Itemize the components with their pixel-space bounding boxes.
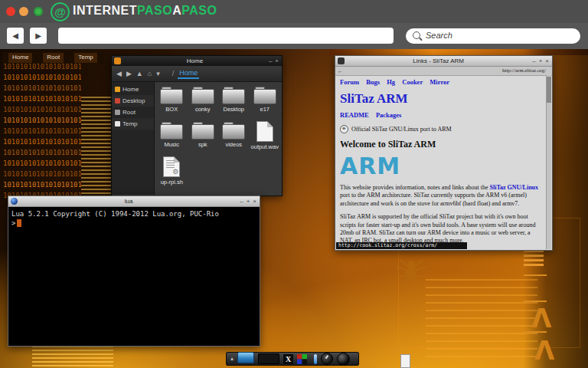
desktop-icon [115, 98, 120, 104]
xorg-icon[interactable]: X [283, 354, 293, 364]
minimize-icon[interactable]: – [240, 198, 243, 205]
terminal-output[interactable]: Lua 5.2.1 Copyright (C) 1994-2012 Lua.or… [8, 207, 260, 230]
fm-up-icon[interactable]: ▲ [136, 70, 143, 77]
forward-button[interactable]: ▶ [30, 28, 47, 44]
links-titlebar[interactable]: Links - SliTaz ARM – + × [335, 56, 552, 67]
sidebar-item-temp[interactable]: Temp [112, 118, 154, 130]
scrollbar[interactable] [546, 75, 551, 249]
minimize-traffic-light[interactable] [19, 7, 28, 16]
dock-show-icon[interactable]: ▴ [230, 353, 234, 365]
back-button[interactable]: ◀ [7, 28, 24, 44]
file-manager-titlebar[interactable]: Home – + [112, 56, 282, 66]
file-item[interactable]: Music [156, 121, 188, 156]
browser-toolbar: ◀ ▶ Search [0, 23, 588, 50]
desktop-menu-home[interactable]: Home [8, 53, 32, 63]
wallpaper-arrow-glyph: Λ [531, 307, 551, 330]
file-item[interactable]: BOX [156, 86, 188, 121]
links-page-content: Forum Bugs Hg Cooker Mirror SliTaz ARM R… [335, 75, 547, 249]
file-item[interactable]: output.wav [250, 121, 281, 156]
desktop-menu: Home Root Temp [2, 52, 103, 64]
sidebar-item-desktop[interactable]: Desktop [112, 95, 154, 107]
scrollbar-thumb[interactable] [547, 77, 551, 103]
fm-forward-icon[interactable]: ▶ [126, 70, 132, 77]
search-input[interactable]: Search [406, 28, 580, 44]
file-item[interactable]: videos [218, 121, 250, 156]
wallpaper-arrow-glyph: Λ [534, 339, 554, 362]
breadcrumb: / Home [172, 69, 200, 79]
display-colors-icon[interactable] [297, 354, 307, 364]
paragraph-1: This website provides information, notes… [340, 184, 542, 208]
link-mirror[interactable]: Mirror [430, 78, 449, 86]
wallpaper-streak [329, 49, 588, 55]
file-item[interactable]: Desktop [218, 86, 250, 121]
home-icon [115, 87, 120, 92]
links-back-icon[interactable]: ← [338, 67, 343, 75]
page-nav-links: Forum Bugs Hg Cooker Mirror [340, 78, 542, 86]
sidebar-item-root[interactable]: Root [112, 107, 154, 118]
wallpaper-dash [524, 274, 547, 276]
maximize-icon[interactable]: + [247, 198, 250, 205]
folder-icon [160, 87, 183, 104]
thermometer-icon[interactable] [314, 354, 317, 364]
link-packages[interactable]: Packages [376, 111, 402, 119]
folder-icon [191, 122, 214, 140]
desktop-menu-root[interactable]: Root [43, 53, 64, 63]
file-item[interactable]: e17 [250, 86, 281, 121]
minimize-icon[interactable]: – [532, 58, 535, 64]
wallpaper-dash [524, 301, 547, 302]
wallpaper-log-lines [426, 279, 537, 357]
volume-knob-icon[interactable] [337, 353, 350, 366]
terminal-app-icon [11, 198, 18, 205]
close-traffic-light[interactable] [6, 7, 15, 16]
fm-back-icon[interactable]: ◀ [116, 70, 122, 77]
audio-file-icon [256, 121, 273, 142]
link-bugs[interactable]: Bugs [366, 78, 380, 86]
terminal-cursor [17, 219, 21, 227]
browser-titlebar: @ INTERNETPASOAPASO [0, 0, 588, 23]
zoom-traffic-light[interactable] [34, 7, 43, 16]
file-manager-title: Home [121, 58, 269, 64]
file-manager-window: Home – + ◀ ▶ ▲ ⌂ ▾ / Home Home [111, 55, 283, 196]
fm-menu-icon[interactable]: ▾ [156, 70, 160, 77]
link-slitaz-gnu-linux[interactable]: SliTaz GNU/Linux [490, 184, 539, 191]
file-item[interactable]: ⚙up-rpi.sh [156, 156, 188, 192]
fm-home-icon[interactable]: ⌂ [148, 70, 152, 77]
internetpasoapaso-logo-icon: @ [51, 2, 70, 21]
terminal-window: lua – + × Lua 5.2.1 Copyright (C) 1994-2… [8, 196, 260, 347]
site-title[interactable]: SliTaz ARM [340, 91, 542, 107]
breadcrumb-current[interactable]: Home [178, 69, 199, 79]
link-readme[interactable]: README [340, 111, 369, 119]
links-browser-window: Links - SliTaz ARM – + × ← http://arm.sl… [335, 55, 553, 251]
search-icon [413, 31, 420, 39]
slitaz-spiral-icon: ✳ [340, 125, 348, 133]
temp-icon [115, 121, 120, 127]
desktop-menu-temp[interactable]: Temp [74, 53, 97, 63]
file-manager-toolbar: ◀ ▶ ▲ ⌂ ▾ / Home [112, 66, 282, 82]
close-icon[interactable]: × [253, 198, 256, 205]
link-forum[interactable]: Forum [340, 78, 359, 86]
dock: ▴ X [226, 352, 359, 366]
root-icon [115, 110, 120, 115]
folder-icon [222, 87, 245, 104]
gauge-icon[interactable] [321, 353, 333, 365]
internetpasoapaso-logo: INTERNETPASOAPASO [73, 4, 217, 18]
sidebar-item-home[interactable]: Home [112, 84, 154, 95]
screenshot-root: @ INTERNETPASOAPASO ◀ ▶ Search 101010101… [0, 0, 588, 368]
tagline: ✳ Official SliTaz GNU/Linux port to ARM [340, 125, 542, 133]
address-input[interactable] [58, 28, 394, 44]
close-icon[interactable]: × [545, 58, 549, 64]
file-item[interactable]: conky [188, 86, 219, 121]
window-peek[interactable] [400, 354, 410, 368]
file-item[interactable]: spk [188, 121, 219, 156]
terminal-titlebar[interactable]: lua – + × [8, 196, 260, 207]
link-cooker[interactable]: Cooker [402, 78, 423, 86]
wallpaper-dash [524, 331, 547, 333]
maximize-icon[interactable]: + [539, 58, 543, 64]
link-hg[interactable]: Hg [387, 78, 395, 86]
window-app-icon[interactable] [237, 352, 254, 363]
folder-icon [160, 122, 183, 140]
minimize-icon[interactable]: – [269, 58, 272, 64]
terminal-title: lua [18, 198, 240, 205]
maximize-icon[interactable]: + [275, 58, 279, 64]
breadcrumb-root[interactable]: / [172, 70, 175, 77]
